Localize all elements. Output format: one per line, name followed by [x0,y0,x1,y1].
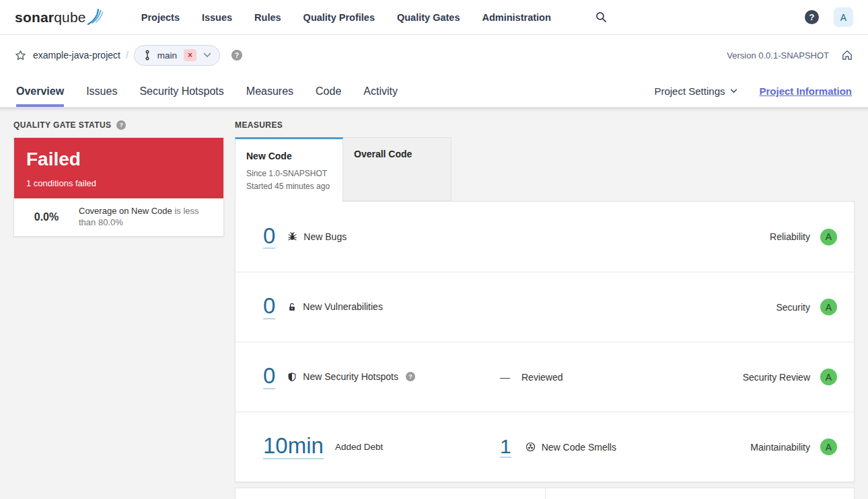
quality-gate-substatus: 1 conditions failed [26,178,211,188]
nav-administration[interactable]: Administration [482,12,550,23]
reviewed-label: Reviewed [521,372,563,383]
quality-gate-condition-row: 0.0% Coverage on New Code is less than 8… [14,198,223,236]
tab-code[interactable]: Code [316,75,341,107]
tab-security-hotspots[interactable]: Security Hotspots [139,75,223,107]
security-rating: Security A [776,299,837,315]
maintainability-rating-badge[interactable]: A [820,438,837,455]
project-information-link[interactable]: Project Information [759,85,852,97]
quality-gate-heading-label: QUALITY GATE STATUS [13,120,111,130]
maintainability-rating: Maintainability A [750,438,837,455]
new-code-started: Started 45 minutes ago [246,180,332,193]
favorite-star-icon[interactable] [15,50,26,61]
tab-new-code[interactable]: New Code Since 1.0-SNAPSHOT Started 45 m… [235,137,343,202]
tab-overview[interactable]: Overview [16,75,64,107]
measures-section: MEASURES New Code Since 1.0-SNAPSHOT Sta… [235,120,855,499]
new-vulnerabilities-label: New Vulnerabilities [303,301,383,312]
tab-measures[interactable]: Measures [246,75,293,107]
new-code-smells-count-link[interactable]: 1 [500,436,511,459]
security-review-rating-badge[interactable]: A [820,369,837,385]
lock-icon [287,302,297,312]
reliability-rating-badge[interactable]: A [820,229,837,245]
tab-issues[interactable]: Issues [86,75,117,107]
quality-gate-banner: Failed 1 conditions failed [14,138,223,198]
overview-content: QUALITY GATE STATUS ? Failed 1 condition… [0,108,868,499]
project-version: Version 0.0.1-SNAPSHOT [727,50,829,61]
nav-rules[interactable]: Rules [254,12,281,23]
reliability-rating: Reliability A [770,229,837,245]
measures-heading: MEASURES [235,120,855,130]
reliability-label: Reliability [770,231,810,242]
branch-name: main [157,50,177,61]
security-label: Security [776,302,810,313]
logo-text: sonarqube [15,9,86,26]
bugs-label-group: New Bugs [287,231,347,242]
added-debt-label: Added Debt [335,442,383,452]
project-settings-menu[interactable]: Project Settings [654,85,737,97]
code-smell-icon [526,442,536,452]
condition-text: Coverage on New Code is less than 80.0% [79,206,214,229]
nav-projects[interactable]: Projects [141,12,180,23]
new-hotspots-label: New Security Hotspots [303,371,398,382]
maintainability-label: Maintainability [750,442,810,453]
quality-gate-help-icon[interactable]: ? [116,120,126,130]
chevron-down-icon [203,52,211,58]
branch-selector[interactable]: main × [134,45,220,66]
navbar-right: ? A [805,7,853,27]
nav-issues[interactable]: Issues [202,12,232,23]
hotspots-help-icon[interactable]: ? [406,372,415,381]
bug-icon [287,231,297,241]
security-review-rating: Security Review A [743,369,837,385]
new-code-subtitle: Since 1.0-SNAPSHOT Started 45 minutes ag… [246,167,332,192]
new-vulnerabilities-count-link[interactable]: 0 [263,295,275,319]
quality-gate-status: Failed [26,150,211,169]
branch-help-icon[interactable]: ? [231,50,242,61]
measure-row-vulnerabilities: 0 New Vulnerabilities Security [236,272,854,342]
measure-row-bugs: 0 [236,202,854,272]
project-tabs-right: Project Settings Project Information [654,75,852,107]
search-icon[interactable] [595,11,607,23]
overall-code-title: Overall Code [354,149,440,159]
condition-value-link[interactable]: 0.0% [14,211,79,223]
new-code-smells-label: New Code Smells [542,442,616,453]
tab-activity[interactable]: Activity [363,75,398,107]
help-icon[interactable]: ? [805,10,819,24]
project-tabs-bar: Overview Issues Security Hotspots Measur… [0,75,868,108]
measures-panel: 0 [235,201,855,482]
sonarqube-logo[interactable]: sonarqube [15,9,108,26]
condition-metric: Coverage on New Code [79,206,172,216]
breadcrumb-separator: / [126,50,129,61]
security-review-label: Security Review [743,372,810,383]
new-code-since: Since 1.0-SNAPSHOT [246,167,332,180]
coverage-duplications-cards [235,488,855,499]
new-hotspots-count-link[interactable]: 0 [263,364,275,389]
measures-tabs: New Code Since 1.0-SNAPSHOT Started 45 m… [235,137,855,201]
hotspots-label-group: New Security Hotspots ? [287,371,415,382]
hotspots-left: 0 New Security Hotspots ? [263,364,500,389]
added-debt-link[interactable]: 10min [263,434,324,459]
breadcrumb-project-name[interactable]: example-java-project [33,50,120,61]
logo-waves-icon [87,8,108,26]
quality-gate-section: QUALITY GATE STATUS ? Failed 1 condition… [13,120,224,499]
branch-icon [144,50,151,61]
code-smells-group: 1 New Code Smells [500,436,616,459]
shield-icon [287,372,297,382]
nav-quality-gates[interactable]: Quality Gates [397,12,460,23]
new-bugs-count-link[interactable]: 0 [263,225,275,250]
measure-row-hotspots: 0 New Security Hotspots ? [236,342,854,412]
measure-row-maintainability: 10min Added Debt 1 [236,412,854,482]
nav-quality-profiles[interactable]: Quality Profiles [303,12,375,23]
reviewed-dash: — [500,371,510,383]
avatar[interactable]: A [834,7,853,27]
new-code-title: New Code [246,151,332,161]
top-navbar: sonarqube Projects Issues Rules Quality … [0,0,868,35]
new-bugs-label: New Bugs [303,231,347,242]
branch-clear-icon[interactable]: × [184,49,196,61]
home-icon[interactable] [841,49,853,61]
project-header: example-java-project / main × ? Version … [0,35,868,75]
project-settings-label: Project Settings [654,85,725,97]
security-rating-badge[interactable]: A [820,299,837,315]
tab-overall-code[interactable]: Overall Code [343,137,451,201]
coverage-card [236,488,546,499]
quality-gate-card: Failed 1 conditions failed 0.0% Coverage… [13,137,224,237]
project-tabs: Overview Issues Security Hotspots Measur… [16,75,398,107]
